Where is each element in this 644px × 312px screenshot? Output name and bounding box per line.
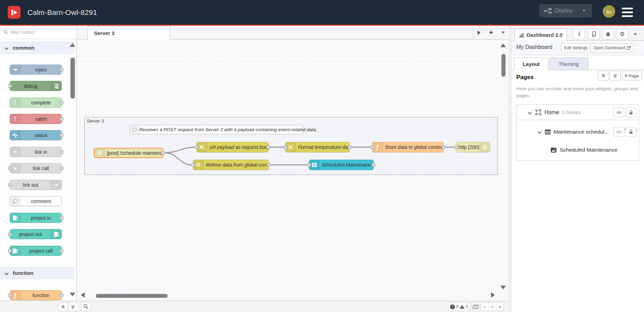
flow-canvas[interactable]: Server 3 Receives a POST request from Se… [77,40,509,301]
flow-node-http-response[interactable]: http (200) [456,142,490,152]
add-page-button[interactable]: + Page [622,71,642,81]
palette-search[interactable] [0,26,76,39]
help-tab-button[interactable] [588,29,600,39]
flow-status-counts[interactable]: ! 0 ! 0 [448,302,470,311]
zoom-reset-button[interactable]: ○ [489,303,496,311]
port[interactable] [283,145,287,149]
tree-row-page-home[interactable]: Home 1 Groups [517,105,639,120]
open-dashboard-button[interactable]: Open Dashboard [590,43,634,52]
sidebar-resize-handle[interactable] [509,26,511,312]
chevron-down-icon[interactable] [537,130,541,134]
port[interactable] [60,294,63,297]
info-tab-button[interactable]: i [573,29,585,39]
palette-node-project-call[interactable]: project call [10,246,62,256]
sidebar-tab-dashboard[interactable]: Dashboard 2.0 [514,28,567,41]
canvas-search-button[interactable] [81,302,91,311]
port[interactable] [60,134,63,137]
port[interactable] [8,84,12,88]
port[interactable] [8,233,12,236]
chevron-down-icon[interactable] [528,110,532,114]
port[interactable] [454,145,458,149]
palette-scrollbar-thumb[interactable] [70,58,75,99]
palette-node-status[interactable]: status [10,130,62,140]
port[interactable] [8,294,12,297]
link-in-icon [10,147,20,157]
port[interactable] [8,167,12,170]
palette-category-common[interactable]: common [0,42,74,54]
group-lock-button[interactable] [626,127,636,137]
port[interactable] [60,117,63,121]
port[interactable] [307,163,311,167]
flow-node-comment[interactable]: Receives a POST request from Server 2 wi… [130,125,303,134]
palette-filter-input[interactable] [11,29,63,35]
port[interactable] [60,150,63,154]
main-menu-button[interactable] [622,8,633,17]
dashboard-name: My Dashboard [516,44,552,50]
page-lock-button[interactable] [626,108,636,117]
flow-node-store-global[interactable]: f Store data to global context [372,142,444,152]
palette-collapse-all-button[interactable] [58,302,68,311]
flow-node-format-temperature[interactable]: Format temperature data. [285,142,350,152]
palette-node-complete[interactable]: ! complete [10,98,62,108]
port[interactable] [60,249,63,253]
port[interactable] [60,167,63,170]
port[interactable] [195,145,198,149]
tab-theming[interactable]: Theming [549,58,588,70]
dashboard-subtabs: Layout Theming [511,58,644,70]
page-visibility-button[interactable] [613,108,624,117]
debug-tab-button[interactable] [602,29,614,39]
zoom-out-button[interactable]: − [481,303,489,311]
deploy-dropdown-caret[interactable] [582,10,586,12]
port[interactable] [161,151,165,155]
port[interactable] [348,145,351,149]
port[interactable] [60,216,63,220]
pages-description: Here you can re-order and move your widg… [516,85,638,100]
deploy-button[interactable]: Deploy [539,4,592,17]
unlock-icon [629,110,633,115]
port[interactable] [60,101,63,104]
collapse-pages-button[interactable] [598,71,609,81]
flow-node-ui-table[interactable]: Scheduled Maintenance [309,160,374,170]
port[interactable] [372,163,375,167]
port[interactable] [442,145,446,149]
flow-node-set-payload[interactable]: set payload as request body [196,142,269,152]
add-flow-button[interactable]: + [489,29,493,36]
port[interactable] [267,163,271,167]
flow-node-http-in[interactable]: [post] /schedule-maintenance [94,148,163,158]
config-tab-button[interactable]: ⚙ [616,29,628,39]
palette-category-function[interactable]: function [0,267,74,279]
port[interactable] [8,183,12,187]
sidebar-more-tabs-caret[interactable] [634,33,637,35]
palette-node-catch[interactable]: ! catch [10,114,62,124]
flow-tab-server-3[interactable]: Server 3 [87,26,170,40]
navigator-map-button[interactable] [471,302,480,311]
port[interactable] [8,249,12,253]
palette-footer [0,301,77,312]
flow-list-caret[interactable] [501,32,505,34]
group-visibility-button[interactable] [613,127,624,137]
port[interactable] [370,145,374,149]
palette-node-project-in[interactable]: project in [10,213,62,223]
palette-scroll-down[interactable] [70,293,75,296]
palette-node-inject[interactable]: inject [10,65,62,75]
palette-node-function[interactable]: f function [10,290,62,300]
external-link-icon [627,46,631,50]
flow-node-retrieve-global[interactable]: Retrive data from global context [193,160,269,170]
palette-node-link-in[interactable]: link in [10,147,62,157]
port[interactable] [60,68,63,71]
palette-node-debug[interactable]: debug [10,81,62,91]
expand-pages-button[interactable] [610,71,621,81]
palette-node-link-out[interactable]: link out [10,180,62,190]
zoom-in-button[interactable]: + [496,303,503,311]
palette-scroll-up[interactable] [70,43,75,47]
palette-node-project-out[interactable]: project out [10,229,62,239]
palette-node-comment[interactable]: comment [10,196,62,206]
palette-node-link-call[interactable]: link call [10,163,62,173]
next-tab-icon[interactable] [477,31,481,35]
tree-row-widget-scheduled-maintenance[interactable]: Scheduled Maintenance [517,144,639,156]
user-avatar[interactable]: su [603,5,615,18]
port[interactable] [191,163,195,167]
tab-layout[interactable]: Layout [514,58,548,70]
port[interactable] [266,145,270,149]
palette-expand-all-button[interactable] [68,302,77,311]
